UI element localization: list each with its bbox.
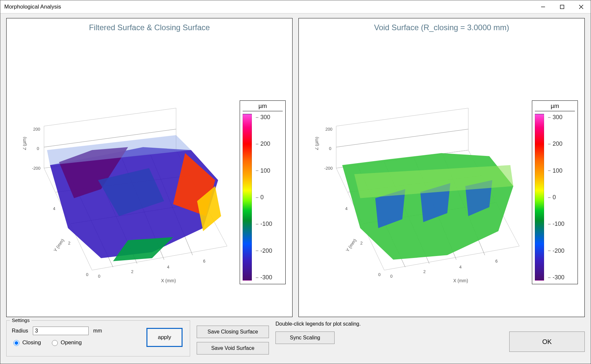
svg-text:4: 4 bbox=[459, 265, 462, 270]
plot-title: Void Surface (R_closing = 3.0000 mm) bbox=[299, 23, 584, 32]
window-title: Morphological Analysis bbox=[0, 4, 61, 10]
client-area: Filtered Surface & Closing Surface bbox=[0, 13, 591, 364]
ok-button[interactable]: OK bbox=[509, 332, 585, 352]
axes-3d: -200 0 200 Z (µm) 0 2 4 6 X (mm) 0 2 4 bbox=[23, 45, 233, 304]
radius-unit: mm bbox=[93, 328, 102, 334]
close-icon bbox=[579, 5, 583, 9]
svg-text:0: 0 bbox=[86, 272, 88, 277]
minimize-icon bbox=[541, 5, 545, 9]
titlebar: Morphological Analysis bbox=[0, 0, 591, 13]
radius-input[interactable] bbox=[33, 327, 89, 335]
scaling-hint: Double-click legends for plot scaling. bbox=[275, 321, 585, 327]
colorbar[interactable]: µm 300 200 100 0 -100 -200 -300 bbox=[240, 100, 286, 284]
sync-scaling-button[interactable]: Sync Scaling bbox=[275, 332, 335, 344]
minimize-button[interactable] bbox=[534, 0, 553, 13]
sync-row: Sync Scaling OK bbox=[275, 332, 585, 352]
svg-text:200: 200 bbox=[33, 127, 40, 132]
colorbar-gradient bbox=[243, 114, 252, 281]
settings-group: Settings Radius mm Closing Opening bbox=[6, 320, 190, 356]
colorbar-ticks: 300 200 100 0 -100 -200 -300 bbox=[256, 114, 283, 281]
plot-row: Filtered Surface & Closing Surface bbox=[6, 18, 585, 317]
plot-filtered-closing[interactable]: Filtered Surface & Closing Surface bbox=[6, 18, 293, 317]
radio-opening[interactable]: Opening bbox=[50, 339, 82, 346]
colorbar-gradient bbox=[535, 114, 544, 281]
maximize-button[interactable] bbox=[553, 0, 572, 13]
svg-text:2: 2 bbox=[360, 241, 362, 246]
svg-text:X (mm): X (mm) bbox=[453, 278, 468, 283]
svg-text:4: 4 bbox=[167, 265, 169, 270]
svg-text:Z (µm): Z (µm) bbox=[23, 137, 27, 150]
svg-text:2: 2 bbox=[423, 269, 426, 274]
plot-title: Filtered Surface & Closing Surface bbox=[7, 23, 292, 32]
save-buttons: Save Closing Surface Save Void Surface bbox=[197, 326, 269, 354]
svg-line-41 bbox=[336, 129, 468, 147]
svg-text:4: 4 bbox=[345, 206, 347, 211]
settings-legend: Settings bbox=[10, 317, 32, 323]
close-button[interactable] bbox=[572, 0, 591, 13]
radio-closing-input[interactable] bbox=[13, 340, 19, 346]
maximize-icon bbox=[560, 5, 564, 9]
svg-text:0: 0 bbox=[37, 146, 39, 151]
apply-button[interactable]: apply bbox=[146, 328, 183, 347]
svg-text:4: 4 bbox=[53, 206, 55, 211]
radio-opening-input[interactable] bbox=[52, 340, 58, 346]
plot-void-surface[interactable]: Void Surface (R_closing = 3.0000 mm) -20… bbox=[298, 18, 585, 317]
svg-text:0: 0 bbox=[329, 146, 331, 151]
svg-text:Z (µm): Z (µm) bbox=[315, 137, 319, 150]
svg-text:0: 0 bbox=[390, 274, 393, 279]
radius-label: Radius bbox=[12, 328, 28, 334]
surface-void bbox=[342, 153, 513, 260]
surface-filtered bbox=[47, 135, 221, 261]
right-bottom: Double-click legends for plot scaling. S… bbox=[275, 320, 585, 352]
axes-3d: -200 0 200 Z (µm) 0 2 4 6 X (mm) 0 2 4 Y… bbox=[315, 45, 525, 304]
svg-text:Y (mm): Y (mm) bbox=[53, 238, 65, 253]
svg-text:6: 6 bbox=[203, 259, 206, 264]
app-window: Morphological Analysis Filtered Surface … bbox=[0, 0, 591, 364]
svg-rect-1 bbox=[560, 5, 564, 9]
control-strip: Settings Radius mm Closing Opening bbox=[6, 320, 585, 360]
radio-closing[interactable]: Closing bbox=[12, 339, 41, 346]
svg-text:2: 2 bbox=[131, 269, 133, 274]
colorbar-unit: µm bbox=[243, 103, 283, 111]
svg-text:6: 6 bbox=[495, 259, 498, 264]
save-closing-button[interactable]: Save Closing Surface bbox=[197, 326, 269, 338]
svg-text:-200: -200 bbox=[32, 166, 40, 171]
colorbar-ticks: 300 200 100 0 -100 -200 -300 bbox=[548, 114, 575, 281]
colorbar[interactable]: µm 300 200 100 0 -100 -200 -300 bbox=[532, 100, 578, 284]
save-void-button[interactable]: Save Void Surface bbox=[197, 342, 269, 354]
svg-text:0: 0 bbox=[98, 274, 100, 279]
plot-3d-area[interactable]: -200 0 200 Z (µm) 0 2 4 6 X (mm) 0 2 4 Y… bbox=[315, 45, 525, 304]
svg-text:0: 0 bbox=[378, 272, 381, 277]
plot-3d-area[interactable]: -200 0 200 Z (µm) 0 2 4 6 X (mm) 0 2 4 bbox=[23, 45, 233, 304]
colorbar-unit: µm bbox=[535, 103, 575, 111]
svg-text:2: 2 bbox=[68, 241, 70, 246]
svg-text:X (mm): X (mm) bbox=[161, 278, 176, 283]
svg-text:Y (mm): Y (mm) bbox=[345, 238, 358, 253]
svg-text:200: 200 bbox=[325, 127, 332, 132]
svg-text:-200: -200 bbox=[324, 166, 333, 171]
